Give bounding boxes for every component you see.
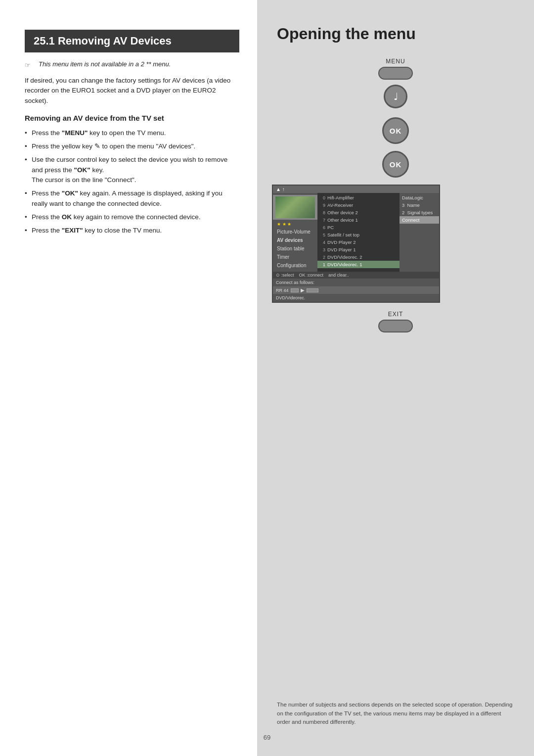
bullet-list: Press the "MENU" key to open the TV menu… <box>25 128 239 236</box>
tv-right-item-1: 1 DVD/Videorec. 1 <box>317 261 400 268</box>
ok-button-1: OK <box>277 117 514 144</box>
tv-right-item-5: 5 Satellit / set top <box>317 231 400 238</box>
menu-button-shape[interactable] <box>378 67 413 80</box>
ok-circle-2[interactable]: OK <box>382 151 409 178</box>
note-icon: ☞ <box>25 61 35 69</box>
subsection-title: Removing an AV device from the TV set <box>25 114 239 122</box>
connect-bar-left: RR 44 <box>276 288 289 293</box>
list-item: Press the yellow key ✎ to open the menu … <box>25 142 239 152</box>
ok-label-2: OK <box>390 160 402 169</box>
tv-right-item-0: 0 Hifi-Amplifier <box>317 194 400 201</box>
tv-connect-row: Connect as follows: <box>273 279 439 286</box>
tv-extra-col: DataLogic 3 Name 2 Signal types Connect <box>400 193 439 272</box>
section-title: 25.1 Removing AV Devices <box>25 30 239 52</box>
tv-connect-bar: RR 44 ▶ <box>273 286 439 294</box>
tv-menu-arrows: ▲ ↑ <box>276 187 285 192</box>
tv-left-item-timer: Timer <box>273 253 317 261</box>
tv-stars: ★ ★ ★ <box>273 221 317 228</box>
music-icon-button: ♩ <box>277 85 514 108</box>
tv-left-item-avdevices: AV devices <box>273 236 317 244</box>
tv-connect-bottom: DVD/Videorec. <box>273 294 439 302</box>
tv-extra-name: 3 Name <box>400 201 439 209</box>
list-item: Use the cursor control key to select the… <box>25 155 239 186</box>
exit-button-shape[interactable] <box>378 320 413 332</box>
tv-right-item-2: 2 DVD/Videorec. 2 <box>317 253 400 261</box>
right-panel: Opening the menu MENU ♩ OK OK ▲ ↑ <box>257 0 534 756</box>
right-panel-title: Opening the menu <box>277 20 514 43</box>
tv-right-col: 0 Hifi-Amplifier 9 AV-Receiver 8 Other d… <box>317 193 400 272</box>
menu-label: MENU <box>386 58 405 65</box>
connect-arrow: ▶ <box>301 287 305 293</box>
exit-button-group: EXIT <box>277 311 514 332</box>
tv-menu: ▲ ↑ ★ ★ ★ Picture-Volume AV devices Stat… <box>272 185 440 303</box>
tv-right-item-8: 8 Other device 2 <box>317 209 400 216</box>
page-number: 69 <box>264 734 270 741</box>
tv-right-item-3: 3 DVD Player 1 <box>317 246 400 253</box>
note-box: ☞ This menu item is not available in a 2… <box>25 60 239 69</box>
tv-right-item-6: 6 PC <box>317 224 400 231</box>
tv-image-inner <box>275 196 315 218</box>
left-panel: 25.1 Removing AV Devices ☞ This menu ite… <box>0 0 257 756</box>
mini-rect-2 <box>307 288 318 292</box>
tv-menu-sidebar: ★ ★ ★ Picture-Volume AV devices Station … <box>273 193 439 272</box>
footnote: The number of subjects and sections depe… <box>277 701 514 726</box>
tv-image-box <box>273 195 317 220</box>
tv-menu-screenshot: ▲ ↑ ★ ★ ★ Picture-Volume AV devices Stat… <box>272 185 509 303</box>
connect-label: Connect as follows: <box>276 280 314 285</box>
ok-circle-1[interactable]: OK <box>382 117 409 144</box>
mini-rect-1 <box>291 288 299 292</box>
ok-button-2: OK <box>277 151 514 178</box>
music-circle[interactable]: ♩ <box>384 85 407 108</box>
body-text: If desired, you can change the factory s… <box>25 76 239 106</box>
tv-left-item-config: Configuration <box>273 261 317 270</box>
section-title-text: 25.1 Removing AV Devices <box>34 35 172 47</box>
tv-extra-signal: 2 Signal types <box>400 209 439 216</box>
list-item: Press the "OK" key again. A message is d… <box>25 189 239 209</box>
tv-menu-top-bar: ▲ ↑ <box>273 186 439 193</box>
tv-left-item-station: Station table <box>273 244 317 253</box>
footer-connect: OK :connect <box>299 273 324 278</box>
footer-select: ⊙ :select <box>276 273 294 278</box>
menu-button-group: MENU <box>277 58 514 80</box>
tv-extra-connect: Connect <box>400 216 439 224</box>
connect-bottom-label: DVD/Videorec. <box>276 295 305 300</box>
tv-left-item-picture: Picture-Volume <box>273 228 317 236</box>
tv-right-item-7: 7 Other device 1 <box>317 216 400 224</box>
tv-left-col: ★ ★ ★ Picture-Volume AV devices Station … <box>273 193 317 272</box>
footer-clear: and clear.. <box>328 273 349 278</box>
ok-label-1: OK <box>390 127 402 135</box>
list-item: Press the "MENU" key to open the TV menu… <box>25 128 239 139</box>
exit-label: EXIT <box>388 311 403 318</box>
list-item: Press the "EXIT" key to close the TV men… <box>25 226 239 236</box>
tv-extra-datalogic: DataLogic <box>400 194 439 201</box>
tv-menu-footer: ⊙ :select OK :connect and clear.. <box>273 272 439 279</box>
tv-right-item-4: 4 DVD Player 2 <box>317 238 400 246</box>
note-text: This menu item is not available in a 2 *… <box>39 60 171 68</box>
list-item: Press the OK key again to remove the con… <box>25 212 239 223</box>
tv-right-item-9: 9 AV-Receiver <box>317 201 400 209</box>
